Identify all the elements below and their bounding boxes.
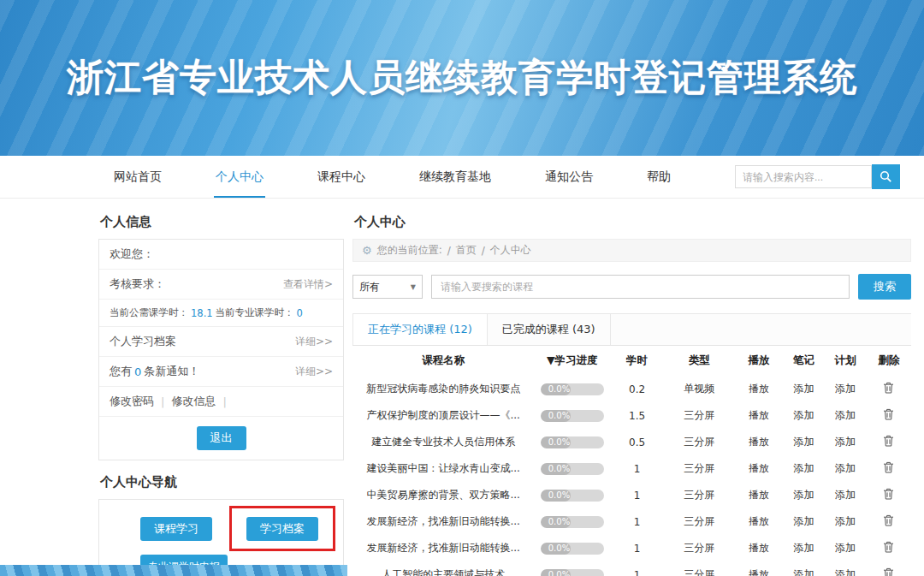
course-study-button[interactable]: 课程学习 — [140, 517, 212, 541]
play-button[interactable]: 播放 — [735, 535, 784, 561]
progress-bar: 0.0% — [541, 410, 604, 422]
add-note-button[interactable]: 添加 — [783, 535, 825, 561]
trash-icon[interactable] — [883, 382, 894, 396]
assessment-detail-link[interactable]: 查看详情> — [283, 277, 333, 292]
nav-item-4[interactable]: 通知公告 — [538, 156, 600, 198]
breadcrumb-prefix: 您的当前位置: — [377, 243, 442, 258]
add-plan-button[interactable]: 添加 — [825, 482, 867, 508]
delete-cell — [866, 429, 911, 455]
site-search-button[interactable] — [872, 164, 900, 189]
progress-cell: 0.0% — [534, 508, 610, 535]
delete-cell — [866, 482, 911, 508]
welcome-row: 欢迎您： — [99, 240, 343, 270]
site-search-input[interactable] — [735, 165, 872, 188]
tab-1[interactable]: 已完成的课程 (43) — [488, 314, 611, 345]
add-note-button[interactable]: 添加 — [783, 455, 825, 482]
delete-cell — [866, 402, 911, 429]
add-note-button[interactable]: 添加 — [783, 429, 825, 455]
progress-cell: 0.0% — [534, 561, 610, 576]
progress-value: 0.0% — [541, 410, 604, 422]
add-plan-button[interactable]: 添加 — [825, 455, 867, 482]
site-title: 浙江省专业技术人员继续教育学时登记管理系统 — [67, 53, 857, 103]
play-button[interactable]: 播放 — [735, 376, 784, 402]
add-plan-button[interactable]: 添加 — [825, 402, 867, 429]
sidebar: 个人信息 欢迎您： 考核要求： 查看详情> 当前公需课学时： 18.1 当前专业… — [98, 214, 344, 576]
play-button[interactable]: 播放 — [735, 508, 784, 535]
change-info-link[interactable]: 修改信息 — [171, 394, 216, 409]
nav-item-1[interactable]: 个人中心 — [209, 156, 270, 198]
notice-detail-link[interactable]: 详细>> — [295, 365, 333, 379]
add-note-button[interactable]: 添加 — [783, 508, 825, 535]
course-type: 三分屏 — [664, 561, 735, 576]
breadcrumb-home[interactable]: 首页 — [456, 243, 477, 258]
add-note-button[interactable]: 添加 — [783, 561, 825, 576]
table-row: 建立健全专业技术人员信用体系 0.0% 0.5 三分屏 播放 添加 添加 — [352, 429, 911, 455]
nav-item-5[interactable]: 帮助 — [640, 156, 678, 198]
nav-items: 网站首页个人中心课程中心继续教育基地通知公告帮助 — [107, 156, 718, 198]
trash-icon[interactable] — [883, 461, 894, 476]
add-plan-button[interactable]: 添加 — [825, 535, 867, 561]
course-hours: 1 — [610, 561, 664, 576]
search-icon — [880, 170, 892, 183]
course-search-input[interactable] — [431, 275, 850, 299]
play-button[interactable]: 播放 — [735, 429, 784, 455]
delete-cell — [866, 561, 911, 576]
trash-icon[interactable] — [883, 435, 894, 449]
trash-icon[interactable] — [883, 488, 894, 502]
progress-bar: 0.0% — [541, 490, 604, 502]
course-hours: 1 — [610, 508, 664, 535]
personal-nav-title: 个人中心导航 — [100, 474, 344, 490]
trash-icon[interactable] — [883, 408, 894, 423]
add-plan-button[interactable]: 添加 — [825, 429, 867, 455]
nav-item-0[interactable]: 网站首页 — [107, 156, 169, 198]
hours-row: 当前公需课学时： 18.1 当前专业课学时： 0 — [99, 300, 343, 327]
breadcrumb-personal-center[interactable]: 个人中心 — [490, 243, 531, 258]
archive-detail-link[interactable]: 详细>> — [295, 335, 333, 349]
column-header[interactable]: ▼学习进度 — [534, 346, 610, 376]
archive-row: 个人学习档案 详细>> — [99, 327, 343, 357]
play-button[interactable]: 播放 — [735, 402, 784, 429]
add-note-button[interactable]: 添加 — [783, 482, 825, 508]
tab-0[interactable]: 正在学习的课程 (12) — [352, 314, 488, 345]
course-search-button[interactable]: 搜索 — [858, 274, 911, 300]
add-plan-button[interactable]: 添加 — [825, 376, 867, 402]
assessment-row: 考核要求： 查看详情> — [99, 270, 343, 300]
link-separator: | — [222, 395, 226, 408]
nav-item-2[interactable]: 课程中心 — [311, 156, 372, 198]
column-header: 学时 — [610, 346, 664, 376]
progress-value: 0.0% — [541, 490, 604, 502]
logout-button[interactable]: 退出 — [197, 426, 246, 450]
study-archive-button[interactable]: 学习档案 — [246, 517, 318, 541]
table-header-row: 课程名称▼学习进度学时类型播放笔记计划删除 — [352, 346, 911, 376]
add-note-button[interactable]: 添加 — [783, 376, 825, 402]
page-title: 个人中心 — [354, 214, 911, 230]
link-separator: | — [161, 395, 164, 408]
trash-icon[interactable] — [883, 514, 894, 529]
site-banner: 浙江省专业技术人员继续教育学时登记管理系统 — [0, 0, 924, 156]
course-filter-select[interactable]: 所有 ▼ — [352, 275, 423, 299]
course-name: 新型冠状病毒感染的肺炎知识要点 — [352, 376, 534, 402]
column-header: 计划 — [825, 346, 867, 376]
add-note-button[interactable]: 添加 — [783, 402, 825, 429]
nav-item-3[interactable]: 继续教育基地 — [412, 156, 498, 198]
course-type: 三分屏 — [664, 455, 735, 482]
progress-bar: 0.0% — [541, 543, 604, 555]
table-row: 人工智能的主要领域与技术 0.0% 1 三分屏 播放 添加 添加 — [352, 561, 911, 576]
change-password-link[interactable]: 修改密码 — [110, 394, 154, 409]
course-table: 课程名称▼学习进度学时类型播放笔记计划删除 新型冠状病毒感染的肺炎知识要点 0.… — [352, 346, 911, 576]
course-name: 发展新经济，找准新旧动能转换... — [352, 535, 534, 561]
progress-cell: 0.0% — [534, 402, 610, 429]
add-plan-button[interactable]: 添加 — [825, 561, 867, 576]
play-button[interactable]: 播放 — [735, 455, 784, 482]
play-button[interactable]: 播放 — [735, 482, 784, 508]
play-button[interactable]: 播放 — [735, 561, 784, 576]
account-links-row: 修改密码 | 修改信息 | — [99, 387, 343, 417]
progress-cell: 0.0% — [534, 455, 610, 482]
course-name: 产权保护制度的顶层设计——《... — [352, 402, 534, 429]
gear-icon: ⚙ — [362, 244, 372, 257]
trash-icon[interactable] — [883, 567, 894, 576]
progress-bar: 0.0% — [541, 436, 604, 448]
notice-row: 您有 0 条新通知！ 详细>> — [99, 357, 343, 387]
add-plan-button[interactable]: 添加 — [825, 508, 867, 535]
trash-icon[interactable] — [883, 541, 894, 555]
